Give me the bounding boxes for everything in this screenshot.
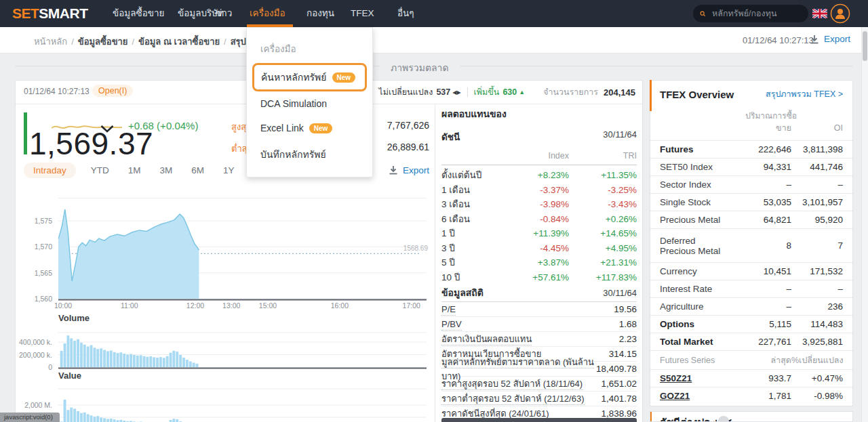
table-row: มูลค่าหลักทรัพย์ตามราคาตลาด (พันล้านบาท)…: [441, 362, 637, 377]
axis-tick-label: 13:00: [222, 301, 240, 310]
axis-tick-label: 10:00: [54, 301, 72, 310]
table-row: Currency10,451171,532: [650, 262, 852, 280]
table-row: GOZ21 1,781 -0.98%: [650, 387, 852, 404]
language-flag-icon[interactable]: [812, 9, 827, 18]
tfex-overview-panel: TFEX Overview สรุปภาพรวม TFEX > ปริมาณกา…: [650, 80, 853, 406]
range-tab-ytd[interactable]: YTD: [91, 165, 109, 175]
range-tab-6m[interactable]: 6M: [191, 165, 204, 175]
table-row: 3 ปี-4.45%+4.95%: [441, 241, 637, 256]
nav-item-others[interactable]: อื่นๆ: [397, 0, 414, 27]
breadcrumb-realtime-data[interactable]: ข้อมูล ณ เวลาซื้อขาย: [138, 37, 220, 47]
advances-label: เพิ่มขึ้น: [474, 85, 500, 99]
table-row: Sector Index––: [650, 175, 852, 193]
help-circle-icon[interactable]: [718, 416, 729, 422]
global-search[interactable]: [693, 5, 808, 22]
page-export-button[interactable]: Export: [810, 34, 850, 44]
advances-count: 630: [502, 87, 517, 97]
breadcrumb-bar: หน้าหลัก/ข้อมูลซื้อขาย/ข้อมูล ณ เวลาซื้อ…: [0, 27, 868, 54]
browser-status-tooltip: javascript:void(0): [0, 413, 60, 422]
index-intraday-chart[interactable]: [58, 198, 427, 301]
table-row: ราคาสูงสุดรอบ 52 สัปดาห์ (18/11/64)1,651…: [441, 377, 637, 392]
volume-bar-chart[interactable]: [58, 330, 427, 369]
range-tab-1m[interactable]: 1M: [128, 165, 141, 175]
menu-item-dca-simulation[interactable]: DCA Simulation: [247, 91, 372, 116]
nav-item-trading-data[interactable]: ข้อมูลซื้อขาย: [113, 0, 165, 27]
range-tab-intraday[interactable]: Intraday: [24, 163, 76, 178]
advances-stat: เพิ่มขึ้น 630 ▲: [468, 85, 532, 99]
breadcrumb-home[interactable]: หน้าหลัก: [34, 37, 67, 47]
table-row: Single Stock53,0353,101,957: [650, 193, 852, 211]
returns-rows: ตั้งแต่ต้นปี+8.23%+11.35% 1 เดือน-3.37%-…: [441, 168, 637, 284]
series-symbol-link[interactable]: GOZ21: [660, 391, 690, 401]
new-badge: New: [332, 72, 356, 83]
table-row: 1 เดือน-3.37%-3.25%: [441, 183, 637, 198]
export-label: Export: [824, 34, 850, 44]
tfex-summary-link[interactable]: สรุปภาพรวม TFEX >: [766, 87, 843, 101]
page-scrollbar[interactable]: [861, 27, 868, 422]
axis-tick-label: 400,000 k.: [16, 338, 52, 346]
market-status-badge: Open(I): [92, 85, 133, 97]
nav-item-funds[interactable]: กองทุน: [307, 0, 334, 27]
tfex-title: TFEX Overview: [660, 89, 734, 100]
nav-item-tfex[interactable]: TFEX: [351, 0, 374, 27]
axis-tick-label: 16:00: [331, 301, 349, 310]
quote-timestamp: 01/12/64 10:27:13: [24, 87, 90, 96]
breadcrumb-separator: /: [132, 37, 134, 47]
deals-count: 204,145: [604, 87, 635, 98]
low-value: 26,889.61: [387, 142, 429, 156]
setsmart-app: SETSMART ข้อมูลซื้อขาย ข้อมูลบริษัท ข่าว…: [0, 0, 868, 422]
logo-set: SET: [12, 5, 39, 21]
user-account-icon[interactable]: [830, 3, 850, 24]
value-bar-chart[interactable]: [58, 384, 427, 422]
breadcrumb-separator: /: [71, 37, 74, 47]
series-symbol-link[interactable]: S50Z21: [660, 373, 692, 383]
nav-item-news[interactable]: ข่าว: [216, 0, 232, 27]
table-row: Deferred Precious Metal87: [650, 228, 852, 262]
table-row: อัตราเงินปันผลตอบแทน2.23: [441, 332, 637, 347]
top-navbar: SETSMART ข้อมูลซื้อขาย ข้อมูลบริษัท ข่าว…: [0, 0, 868, 27]
index-value: 1,569.37: [29, 125, 153, 162]
tfex-column-headers: ขาย OI: [650, 120, 852, 136]
tfex-header: TFEX Overview สรุปภาพรวม TFEX >: [650, 87, 852, 101]
breadcrumb-separator: /: [224, 37, 226, 47]
table-row: Precious Metal64,82195,920: [650, 211, 852, 228]
tfex-col-volume: ขาย: [730, 121, 791, 135]
breadcrumb-trading-data[interactable]: ข้อมูลซื้อขาย: [78, 37, 128, 47]
menu-item-stock-notes[interactable]: บันทึกหลักทรัพย์: [247, 140, 372, 169]
search-input[interactable]: [711, 8, 802, 19]
returns-col-index: Index: [501, 151, 569, 161]
chart-export-button[interactable]: Export: [382, 161, 429, 180]
tab-market-overview[interactable]: ภาพรวมตลาด: [380, 60, 460, 75]
page-timestamp: 01/12/64 10:27:13: [743, 35, 814, 45]
index-chart-y-axis: 1,5751,5701,5651,560: [16, 198, 54, 300]
statistics-header: ข้อมูลสถิติ 30/11/64: [441, 284, 637, 302]
axis-tick-label: 1,565: [16, 269, 52, 277]
menu-item-excel-link[interactable]: Excel Link New: [247, 116, 372, 140]
col-change: %เปลี่ยนแปลง: [791, 354, 843, 367]
range-tab-3m[interactable]: 3M: [160, 165, 173, 175]
axis-tick-label: 15:00: [259, 301, 277, 310]
axis-tick-label: 11:00: [121, 301, 138, 310]
returns-col-tri: TRI: [569, 151, 637, 161]
statistics-title: ข้อมูลสถิติ: [441, 285, 484, 300]
table-row: P/E19.56: [441, 302, 637, 317]
tfex-col-oi: OI: [791, 123, 843, 133]
index-returns-section: ผลตอบแทนของ ดัชนี 30/11/64 Index TRI ตั้…: [441, 106, 637, 284]
returns-subject: ดัชนี: [441, 129, 460, 144]
menu-item-stock-search[interactable]: ค้นหาหลักทรัพย์ New: [252, 63, 367, 91]
returns-title: ผลตอบแทนของ: [441, 106, 637, 121]
index-accent-bar: [24, 112, 27, 154]
table-row: 10 ปี+57.61%+117.83%: [441, 270, 637, 285]
table-row: Futures222,6463,811,398: [650, 140, 852, 158]
setsmart-logo[interactable]: SETSMART: [12, 5, 88, 22]
returns-subtitle-row: ดัชนี 30/11/64: [441, 129, 637, 144]
left-right-arrows-icon: ◀▶: [452, 89, 460, 96]
table-row: 1 ปี+11.39%+14.65%: [441, 226, 637, 241]
next-panel-clipped: ดัชนีต่างประเทศ: [650, 411, 853, 422]
range-tab-1y[interactable]: 1Y: [223, 165, 235, 175]
axis-tick-label: 12:00: [186, 301, 204, 310]
search-icon: [700, 9, 706, 19]
nav-item-tools[interactable]: เครื่องมือ: [250, 0, 285, 27]
scrollbar-thumb[interactable]: [863, 31, 867, 61]
unchanged-label: ไม่เปลี่ยนแปลง: [378, 85, 433, 99]
